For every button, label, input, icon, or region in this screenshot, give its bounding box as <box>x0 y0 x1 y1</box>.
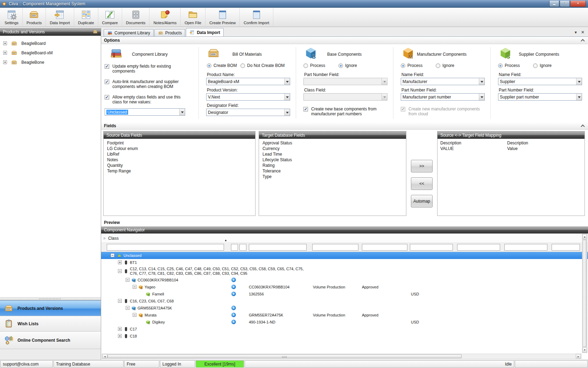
collapse-icon[interactable] <box>111 253 114 257</box>
no-create-bom-radio[interactable]: Do Not Create BOM <box>240 63 285 68</box>
list-item[interactable]: LibRef <box>104 151 255 157</box>
list-item[interactable]: Notes <box>104 157 255 163</box>
filter-input-part-number[interactable] <box>249 244 307 251</box>
tree-row-unclassed[interactable]: Unclassed <box>101 252 588 259</box>
list-item[interactable]: Currency <box>259 146 406 151</box>
add-icon[interactable] <box>231 313 236 317</box>
list-item[interactable]: Type <box>259 174 406 179</box>
allow-empty-class-checkbox[interactable]: Allow empty class fields and use this cl… <box>105 95 192 104</box>
tree-row-designator[interactable]: C12, C13, C14, C15, C25, C46, C47, C48, … <box>101 266 588 277</box>
tree-item-beaglebone[interactable]: BeagleBone <box>0 57 101 67</box>
scroll-right-icon[interactable]: ► <box>576 354 581 359</box>
radio-icon[interactable] <box>240 63 245 68</box>
collapse-icon[interactable] <box>133 313 136 317</box>
data-import-button[interactable]: Data Import <box>46 8 74 26</box>
nav-products-and-versions[interactable]: Products and Versions <box>0 300 101 316</box>
add-icon[interactable] <box>231 320 236 324</box>
radio-selected-icon[interactable] <box>338 63 343 68</box>
expand-icon[interactable] <box>118 327 122 331</box>
collapse-icon[interactable] <box>126 278 130 282</box>
create-base-components-checkbox[interactable]: Create new base components from manufact… <box>303 107 387 116</box>
radio-selected-icon[interactable] <box>498 63 503 68</box>
filter-input[interactable] <box>239 244 246 251</box>
add-icon[interactable] <box>231 292 236 296</box>
add-icon[interactable] <box>231 285 236 289</box>
chevron-down-icon[interactable] <box>179 109 185 115</box>
collapse-options-icon[interactable] <box>580 38 585 43</box>
chevron-down-icon[interactable] <box>284 78 290 85</box>
expand-icon[interactable] <box>3 41 7 45</box>
list-item[interactable]: LG Colour enum <box>104 146 255 151</box>
manufacturer-ignore-radio[interactable]: Ignore <box>436 63 454 68</box>
compare-button[interactable]: Compare <box>98 8 122 26</box>
tree-row-supplier[interactable]: Digikey 490-1934-1-ND USD <box>101 319 588 326</box>
list-item[interactable]: Temp Range <box>104 168 255 174</box>
chevron-down-icon[interactable] <box>284 94 290 100</box>
product-name-combo[interactable]: BeagleBoard-xM <box>206 78 290 85</box>
class-column-header[interactable]: Class <box>108 236 119 241</box>
radio-icon[interactable] <box>303 63 308 68</box>
tab-products[interactable]: Products <box>154 29 185 36</box>
documents-button[interactable]: Documents <box>122 8 150 26</box>
expand-icon[interactable] <box>3 60 7 64</box>
radio-icon[interactable] <box>533 63 538 68</box>
tab-component-library[interactable]: Component Library <box>104 29 154 36</box>
tree-item-beagleboard[interactable]: BeagleBoard <box>0 39 101 48</box>
checkbox-checked-icon[interactable] <box>105 64 109 69</box>
tree-row-designator[interactable]: C17 <box>101 326 588 333</box>
default-class-combo[interactable]: Unclassed <box>105 108 185 116</box>
supplier-process-radio[interactable]: Process <box>498 63 520 68</box>
filter-input[interactable] <box>231 244 238 251</box>
tree-row-manufacturer[interactable]: Murata GRM55ER72A475K Volume Production … <box>101 312 588 319</box>
base-ignore-radio[interactable]: Ignore <box>338 63 357 68</box>
collapse-icon[interactable] <box>118 299 122 303</box>
duplicate-button[interactable]: Duplicate <box>74 8 98 26</box>
maximize-button[interactable]: ❐ <box>560 1 570 7</box>
filter-input[interactable] <box>504 244 547 251</box>
list-item[interactable]: Tolerance <box>259 168 406 174</box>
confirm-import-button[interactable]: Confirm Import <box>240 8 273 26</box>
checkbox-checked-icon[interactable] <box>105 80 109 84</box>
filter-input-approval[interactable] <box>362 244 407 251</box>
base-process-radio[interactable]: Process <box>303 63 325 68</box>
add-icon[interactable] <box>231 278 236 282</box>
minimize-button[interactable]: ▂ <box>549 1 559 7</box>
chevron-down-icon[interactable] <box>576 78 582 85</box>
tab-data-import[interactable]: Data Import <box>186 28 224 36</box>
nav-online-component-search[interactable]: Online Component Search <box>0 331 101 349</box>
update-empty-fields-checkbox[interactable]: Update empty fields for existing compone… <box>105 64 192 74</box>
tree-row-base-component[interactable]: GRM55ER72A475K <box>101 305 588 312</box>
radio-icon[interactable] <box>436 63 440 68</box>
designator-field-combo[interactable]: Designator <box>206 109 290 116</box>
expand-icon[interactable] <box>118 334 122 338</box>
filter-input[interactable] <box>457 244 500 251</box>
tree-row-designator[interactable]: BT1 <box>101 259 588 266</box>
supplier-name-combo[interactable]: Supplier <box>498 78 582 85</box>
tree-row-supplier[interactable]: Farnell 1362556 USD <box>101 291 588 298</box>
create-bom-radio[interactable]: Create BOM <box>207 63 237 68</box>
checkbox-checked-icon[interactable] <box>303 107 308 111</box>
filter-input-currency[interactable] <box>410 244 453 251</box>
filter-input-lifecycle[interactable] <box>312 244 358 251</box>
checkbox-checked-icon[interactable] <box>105 95 109 100</box>
list-item[interactable]: Approval Status <box>259 140 406 146</box>
create-preview-button[interactable]: Create Preview <box>205 8 240 26</box>
filter-input-class[interactable] <box>107 244 224 251</box>
collapse-icon[interactable] <box>118 269 122 273</box>
supplier-part-number-combo[interactable]: Supplier part number <box>498 93 582 101</box>
tree-item-beagleboard-xm[interactable]: BeagleBoard-xM <box>0 48 101 57</box>
tree-row-designator[interactable]: C16, C23, C66, C67, C68 <box>101 298 588 305</box>
list-item[interactable]: Lifecycle Status <box>259 157 406 163</box>
collapse-icon[interactable] <box>133 285 136 289</box>
scroll-left-icon[interactable]: ◄ <box>102 354 107 359</box>
tab-list-dropdown-icon[interactable]: ▼ <box>574 30 578 34</box>
map-remove-button[interactable]: << <box>411 177 433 190</box>
chevron-down-icon[interactable] <box>576 94 582 100</box>
products-button[interactable]: Products <box>23 8 46 26</box>
mapping-row[interactable]: VALUE Value <box>438 146 584 151</box>
tree-row-designator[interactable]: C18 <box>101 333 588 340</box>
mapping-row[interactable]: Description Description <box>438 140 584 146</box>
collapse-fields-icon[interactable] <box>580 123 585 128</box>
chevron-down-icon[interactable] <box>284 109 290 116</box>
radio-selected-icon[interactable] <box>207 63 211 68</box>
